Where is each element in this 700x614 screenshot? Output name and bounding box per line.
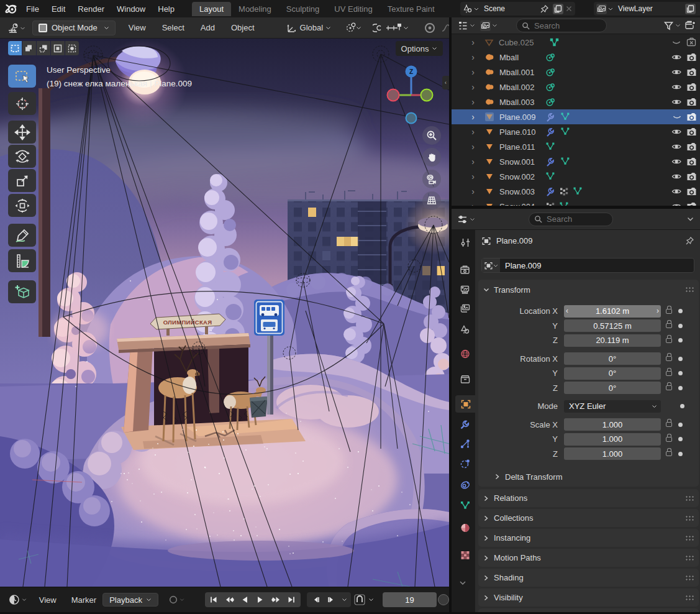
svg-text:User Perspective: User Perspective xyxy=(47,65,111,75)
svg-text:Z: Z xyxy=(409,68,413,75)
svg-text:ОЛИМПИЙСКАЯ: ОЛИМПИЙСКАЯ xyxy=(163,319,212,326)
svg-text:(19) снеж елка маленькая | Pla: (19) снеж елка маленькая | Plane.009 xyxy=(47,79,192,88)
